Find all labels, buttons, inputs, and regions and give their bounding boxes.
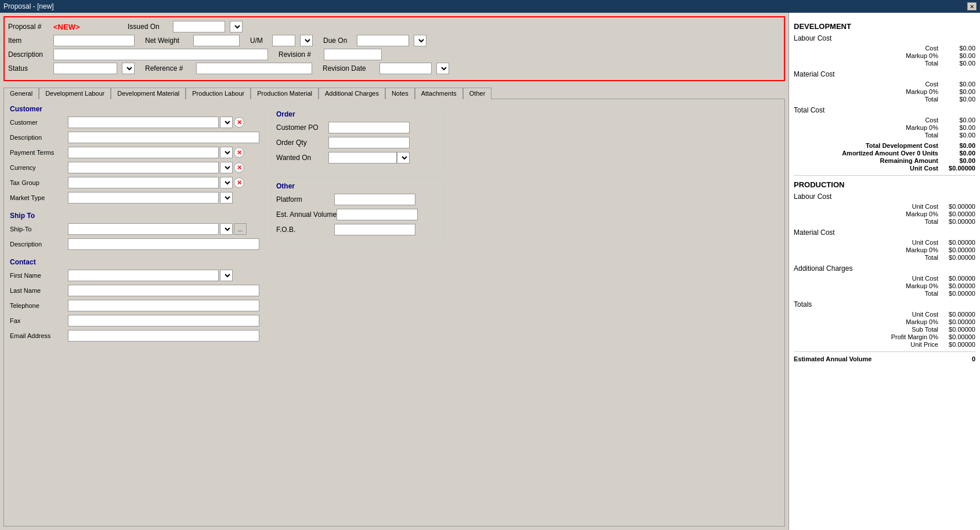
ship-to-input[interactable] (68, 223, 219, 235)
prod-labour-total-label: Total (794, 218, 938, 225)
currency-input[interactable] (68, 162, 219, 173)
customer-po-input[interactable] (328, 122, 410, 133)
customer-desc-input[interactable] (68, 132, 259, 143)
fob-input[interactable] (334, 224, 415, 235)
prod-mat-markup-value: $0.00000 (941, 246, 975, 253)
tax-group-clear-btn[interactable]: ✕ (234, 177, 244, 188)
status-input[interactable]: New (53, 63, 117, 74)
ship-to-desc-input[interactable] (68, 238, 259, 250)
revision-input[interactable]: 123456 (324, 49, 382, 60)
dev-mat-total-label: Total (794, 96, 938, 103)
tax-group-label: Tax Group (10, 179, 68, 186)
last-name-label: Last Name (10, 287, 68, 294)
tab-development-labour[interactable]: Development Labour (39, 88, 111, 99)
prod-labour-unit-value: $0.00000 (941, 203, 975, 210)
dev-total-markup-row: Markup 0% $0.00 (794, 124, 975, 131)
ship-to-dropdown[interactable]: ▼ (220, 223, 233, 235)
fax-input[interactable] (68, 315, 259, 326)
payment-terms-row: Payment Terms ▼ ✕ (10, 147, 259, 158)
net-weight-input[interactable]: 0.5780 lb (193, 35, 240, 46)
first-name-input[interactable] (68, 270, 219, 281)
prod-totals-markup-value: $0.00000 (941, 318, 975, 325)
issued-on-input[interactable]: 2017-03-01 (173, 21, 225, 32)
due-on-input[interactable]: 2017-04-14 (357, 35, 409, 46)
est-annual-input[interactable]: 0 (337, 209, 418, 220)
header-section: Proposal # <NEW> Issued On 2017-03-01 ▼ … (3, 16, 785, 81)
tab-attachments[interactable]: Attachments (415, 88, 463, 99)
status-dropdown[interactable]: ▼ (122, 63, 135, 74)
prod-labour-markup-row: Markup 0% $0.00000 (794, 210, 975, 217)
platform-label: Platform (276, 195, 334, 204)
est-annual-label: Est. Annual Volume (276, 210, 337, 219)
tab-additional-charges[interactable]: Additional Charges (319, 88, 385, 99)
currency-clear-btn[interactable]: ✕ (234, 162, 244, 173)
market-type-input[interactable] (68, 192, 219, 204)
tab-production-material[interactable]: Production Material (251, 88, 319, 99)
revision-date-dropdown[interactable]: ▼ (436, 63, 449, 74)
payment-terms-dropdown[interactable]: ▼ (220, 147, 233, 158)
customer-clear-btn[interactable]: ✕ (234, 117, 244, 128)
prod-mat-total-value: $0.00000 (941, 254, 975, 261)
first-name-label: First Name (10, 272, 68, 279)
prod-totals-price-row: Unit Price $0.00000 (794, 341, 975, 348)
prod-labour-total-row: Total $0.00000 (794, 218, 975, 225)
prod-add-markup-label: Markup 0% (794, 282, 938, 289)
tab-development-material[interactable]: Development Material (111, 88, 186, 99)
tab-notes[interactable]: Notes (385, 88, 415, 99)
customer-section-title: Customer (10, 105, 259, 113)
payment-terms-clear-btn[interactable]: ✕ (234, 147, 244, 158)
title-bar: Proposal - [new] ✕ (0, 0, 980, 13)
email-input[interactable] (68, 330, 259, 342)
first-name-dropdown[interactable]: ▼ (220, 270, 233, 281)
prod-totals-title: Totals (794, 300, 975, 308)
customer-desc-row: Description (10, 132, 259, 143)
description-input[interactable]: New Item Description (53, 49, 268, 60)
dev-total-cost-row: Cost $0.00 (794, 117, 975, 124)
last-name-row: Last Name (10, 285, 259, 296)
close-button[interactable]: ✕ (967, 2, 977, 10)
order-qty-input[interactable]: 1 (328, 137, 410, 148)
telephone-input[interactable] (68, 300, 259, 311)
wanted-on-input[interactable] (328, 152, 397, 164)
tax-group-input[interactable] (68, 177, 219, 188)
dev-labour-total-row: Total $0.00 (794, 60, 975, 67)
revision-date-input[interactable]: 2017-03-16 (379, 63, 432, 74)
customer-input[interactable] (68, 117, 219, 128)
prod-mat-total-row: Total $0.00000 (794, 254, 975, 261)
market-type-dropdown[interactable]: ▼ (220, 192, 233, 204)
ship-to-group: ▼ ... (68, 223, 259, 235)
prod-labour-total-value: $0.00000 (941, 218, 975, 225)
customer-dropdown[interactable]: ▼ (220, 117, 233, 128)
left-column: Customer Customer ▼ ✕ (10, 105, 259, 345)
dev-total-total-label: Total (794, 132, 938, 139)
contact-section: Contact First Name ▼ L (10, 258, 259, 342)
dev-total-markup-value: $0.00 (941, 124, 975, 131)
last-name-input[interactable] (68, 285, 259, 296)
prod-totals-markup-label: Markup 0% (794, 318, 938, 325)
ship-to-dots-btn[interactable]: ... (234, 223, 247, 235)
prod-mat-markup-row: Markup 0% $0.00000 (794, 246, 975, 253)
tab-production-labour[interactable]: Production Labour (186, 88, 251, 99)
due-on-label: Due On (323, 37, 352, 45)
payment-terms-input[interactable] (68, 147, 219, 158)
reference-input[interactable]: 123 (196, 63, 312, 74)
tax-group-row: Tax Group ▼ ✕ (10, 177, 259, 188)
tax-group-dropdown[interactable]: ▼ (220, 177, 233, 188)
um-dropdown[interactable]: ▼ (300, 35, 313, 46)
prod-add-unit-value: $0.00000 (941, 275, 975, 282)
um-input[interactable]: ea (272, 35, 295, 46)
wanted-on-dropdown[interactable]: ▼ (397, 152, 410, 164)
dev-labour-cost-row: Cost $0.00 (794, 45, 975, 52)
currency-dropdown[interactable]: ▼ (220, 162, 233, 173)
item-input[interactable]: New Item (53, 35, 135, 46)
tab-general[interactable]: General (3, 88, 39, 99)
issued-on-label: Issued On (128, 23, 168, 31)
platform-input[interactable] (334, 194, 415, 205)
market-type-label: Market Type (10, 194, 68, 201)
estimated-annual-label: Estimated Annual Volume (794, 355, 871, 362)
tab-other[interactable]: Other (463, 88, 492, 99)
remaining-label: Remaining Amount (794, 157, 938, 164)
ship-to-desc-row: Description (10, 238, 259, 250)
due-on-dropdown[interactable]: ▼ (414, 35, 426, 46)
issued-on-dropdown[interactable]: ▼ (230, 21, 243, 32)
